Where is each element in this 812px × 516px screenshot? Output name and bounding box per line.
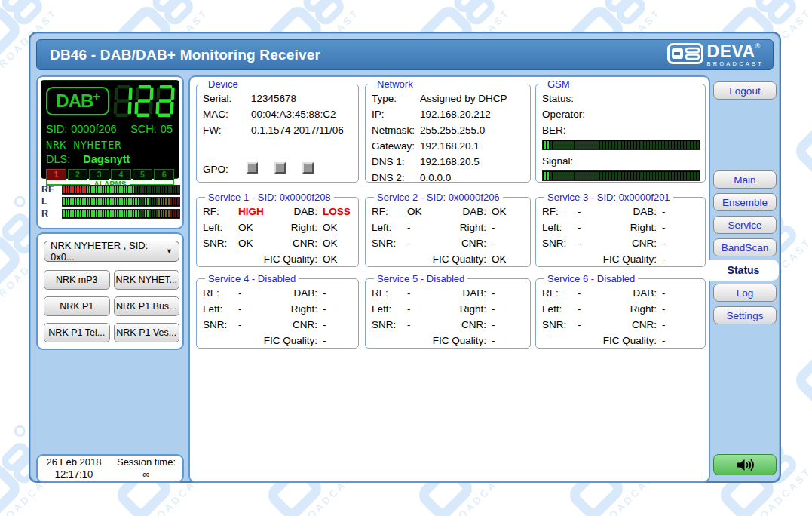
preset-button[interactable]: NRK mP3	[44, 270, 110, 290]
service-panel-4: Service 4 - DisabledRF:-DAB:-Left:-Right…	[196, 273, 359, 349]
field-value: 0.0.0.0	[420, 170, 451, 186]
station-select-dropdown[interactable]: NRK NYHETER , SID: 0x0... ▼	[44, 241, 179, 262]
field-value: -	[486, 301, 526, 317]
gsm-operator-label: Operator:	[542, 106, 585, 122]
nav-button-ensemble[interactable]: Ensemble	[713, 193, 777, 211]
field-value: -	[657, 235, 700, 251]
field-label: Type:	[372, 91, 420, 106]
preset-button[interactable]: NRK P1	[44, 296, 110, 316]
alarm-cell-1: 1	[46, 169, 66, 180]
field-value: OK	[486, 251, 526, 267]
field-label: CNR:	[277, 317, 317, 333]
tab-status[interactable]: Status	[708, 260, 779, 281]
field-label: Left:	[372, 301, 402, 317]
gsm-status-label: Status:	[542, 91, 574, 106]
field-value: OK	[317, 220, 354, 235]
gpo-indicator	[247, 162, 258, 174]
field-label: FIC Quality:	[542, 251, 657, 267]
field-value: -	[402, 235, 446, 251]
session-label: Session time:	[110, 456, 182, 468]
field-value: OK	[233, 235, 277, 251]
field-label: Left:	[542, 220, 572, 235]
field-value: 192.168.20.5	[420, 154, 480, 170]
nav-button-log[interactable]: Log	[713, 284, 777, 302]
nav-button-bandscan[interactable]: BandScan	[713, 238, 777, 256]
gpo-indicator	[274, 162, 286, 174]
deva-watermark-logo: BROADCAST	[777, 71, 812, 199]
lcd-dls-line: DLS: Dagsnytt	[46, 153, 174, 165]
field-label: RF:	[203, 285, 233, 301]
preset-button[interactable]: NRK NYHET...	[114, 270, 180, 290]
sid-value: 0000f206	[71, 123, 116, 135]
field-value: OK	[486, 204, 526, 220]
info-row: Netmask:255.255.255.0	[372, 122, 526, 138]
field-label: CNR:	[446, 317, 486, 333]
info-row: DNS 2:0.0.0.0	[372, 170, 526, 186]
field-label: Right:	[616, 220, 657, 235]
field-label: RF:	[372, 204, 402, 220]
station-name: NRK NYHETER	[46, 139, 174, 151]
preset-button-grid: NRK mP3NRK NYHET...NRK P1NRK P1 Bus...NR…	[44, 270, 179, 342]
meter-label: RF	[41, 184, 62, 195]
field-value: -	[657, 285, 700, 301]
device-fieldset: Device Serial:12345678MAC:00:04:A3:45:88…	[196, 78, 359, 183]
service-legend: Service 6 - Disabled	[544, 273, 638, 284]
service-legend: Service 4 - Disabled	[205, 273, 299, 284]
field-label: Right:	[616, 301, 657, 317]
service-legend: Service 3 - SID: 0x0000f201	[544, 192, 673, 203]
field-value: -	[233, 285, 277, 301]
field-label: Serial:	[203, 91, 251, 106]
device-legend: Device	[205, 78, 241, 90]
channel-seven-segment-display	[113, 85, 175, 117]
info-row: Type:Assigned by DHCP	[372, 91, 526, 106]
field-value: OK	[317, 251, 354, 267]
field-label: SNR:	[203, 317, 233, 333]
info-row: Gateway:192.168.20.1	[372, 138, 526, 154]
field-label: RF:	[542, 285, 572, 301]
nav-button-settings[interactable]: Settings	[713, 306, 777, 324]
nav-button-service[interactable]: Service	[713, 216, 777, 234]
field-value: -	[317, 301, 354, 317]
listen-audio-button[interactable]	[713, 454, 777, 475]
field-value: -	[486, 317, 526, 333]
station-select-value: NRK NYHETER , SID: 0x0...	[51, 240, 166, 263]
field-label: DAB:	[277, 285, 317, 301]
field-label: FIC Quality:	[542, 333, 657, 349]
field-label: SNR:	[542, 235, 572, 251]
preset-button[interactable]: NRK P1 Ves...	[114, 323, 180, 342]
receiver-display-panel: DAB+ SID:0000f206 SCH:05 NRK NYHETER DLS…	[36, 75, 184, 229]
field-label: SNR:	[372, 235, 402, 251]
field-label: DAB:	[277, 204, 317, 220]
field-value: -	[317, 285, 354, 301]
field-value: -	[657, 333, 700, 349]
field-label: DNS 1:	[372, 154, 420, 170]
meter-bar	[62, 197, 180, 207]
info-row: FW:0.1.1574 2017/11/06	[203, 122, 354, 138]
gpo-row: GPO:	[203, 162, 330, 176]
field-value: -	[572, 301, 616, 317]
sid-label: SID:	[46, 123, 67, 135]
alarm-cell-3: 3	[89, 169, 109, 180]
field-value: LOSS	[317, 204, 354, 220]
field-label: FW:	[203, 122, 251, 138]
field-value: -	[233, 317, 277, 333]
field-value: -	[402, 317, 446, 333]
gsm-fieldset: GSM Status: Operator: BER: Signal:	[535, 78, 706, 183]
presets-panel: NRK NYHETER , SID: 0x0... ▼ NRK mP3NRK N…	[36, 232, 184, 350]
preset-button[interactable]: NRK P1 Tel...	[44, 323, 110, 342]
field-label: Right:	[446, 220, 486, 235]
service-panel-1: Service 1 - SID: 0x0000f208RF:HIGHDAB:LO…	[196, 192, 359, 267]
field-value: 0.1.1574 2017/11/06	[251, 122, 344, 138]
field-value: OK	[402, 204, 446, 220]
speaker-icon	[735, 459, 755, 471]
alarm-cell-4: 4	[111, 169, 131, 180]
header-bar: DB46 - DAB/DAB+ Monitoring Receiver DEVA…	[36, 39, 774, 70]
gpo-label: GPO:	[203, 164, 247, 175]
lcd-display: DAB+ SID:0000f206 SCH:05 NRK NYHETER DLS…	[41, 80, 179, 179]
rf-meter: RF	[41, 183, 180, 195]
nav-button-main[interactable]: Main	[713, 170, 777, 189]
alarm-indicator-row: 123456	[46, 169, 174, 180]
preset-button[interactable]: NRK P1 Bus...	[114, 296, 180, 316]
date-value: 26 Feb 2018	[38, 456, 110, 468]
logout-button[interactable]: Logout	[713, 81, 777, 100]
